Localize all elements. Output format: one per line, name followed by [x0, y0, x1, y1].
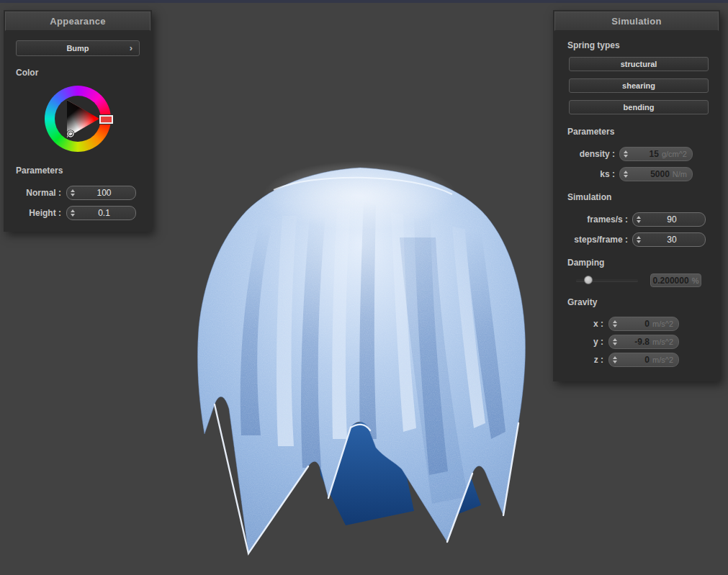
normal-spinbox[interactable]: 100: [66, 186, 136, 200]
ks-label: ks :: [553, 169, 615, 179]
hue-selector[interactable]: [99, 115, 113, 124]
structural-button-label: structural: [621, 60, 657, 68]
spinner-up-down-icon[interactable]: [637, 236, 641, 243]
gravity-x-label: x :: [553, 319, 603, 329]
sim-simulation-label: Simulation: [567, 192, 611, 202]
spinner-up-down-icon[interactable]: [637, 216, 641, 223]
density-label: density :: [553, 149, 615, 159]
shearing-button[interactable]: shearing: [569, 78, 709, 93]
appearance-panel-title: Appearance: [50, 16, 105, 27]
frames-value: 90: [644, 214, 700, 225]
appearance-panel: Appearance Bump › Color: [4, 10, 152, 232]
structural-button[interactable]: structural: [569, 57, 709, 71]
frames-label: frames/s :: [553, 214, 628, 225]
ks-unit: N/m: [673, 170, 687, 178]
gravity-x-spinbox[interactable]: 0 m/s^2: [608, 317, 679, 331]
normal-value: 100: [78, 188, 130, 198]
gravity-x-unit: m/s^2: [652, 320, 673, 328]
bending-button[interactable]: bending: [569, 100, 709, 114]
gravity-y-spinbox[interactable]: -9.8 m/s^2: [608, 335, 679, 349]
spinner-up-down-icon[interactable]: [613, 338, 617, 345]
damping-slider[interactable]: [576, 275, 638, 285]
color-section-label: Color: [16, 68, 38, 78]
damping-valuebox[interactable]: 0.200000 %: [650, 273, 701, 287]
sim-parameters-label: Parameters: [567, 127, 614, 137]
appearance-panel-header: Appearance: [5, 12, 150, 31]
normal-label: Normal :: [4, 188, 61, 198]
simulation-panel-header: Simulation: [554, 12, 719, 31]
gravity-y-unit: m/s^2: [652, 338, 673, 346]
height-value: 0.1: [78, 208, 130, 218]
simulation-panel-title: Simulation: [611, 16, 661, 27]
gravity-section-label: Gravity: [567, 297, 597, 307]
gravity-z-value: 0: [620, 355, 652, 365]
frames-spinbox[interactable]: 90: [632, 212, 706, 227]
ks-value: 5000: [631, 169, 673, 179]
damping-unit: %: [692, 276, 699, 285]
damping-slider-handle[interactable]: [584, 276, 593, 284]
bump-button[interactable]: Bump ›: [16, 40, 140, 56]
density-value: 15: [631, 149, 662, 159]
bending-button-label: bending: [624, 103, 655, 112]
spinner-up-down-icon[interactable]: [71, 189, 75, 196]
color-wheel[interactable]: [45, 86, 111, 152]
steps-spinbox[interactable]: 30: [632, 232, 706, 247]
gravity-y-label: y :: [553, 337, 603, 347]
height-spinbox[interactable]: 0.1: [66, 206, 136, 220]
spring-types-label: Spring types: [567, 40, 620, 50]
spinner-up-down-icon[interactable]: [624, 171, 628, 178]
gravity-y-value: -9.8: [620, 337, 652, 347]
gravity-x-value: 0: [620, 319, 652, 329]
spinner-up-down-icon[interactable]: [71, 209, 75, 217]
chevron-right-icon: ›: [130, 42, 132, 53]
spinner-up-down-icon[interactable]: [624, 150, 628, 158]
gravity-z-spinbox[interactable]: 0 m/s^2: [608, 353, 679, 367]
spinner-up-down-icon[interactable]: [613, 320, 617, 327]
density-unit: g/cm^2: [662, 150, 687, 158]
steps-value: 30: [644, 235, 700, 245]
height-label: Height :: [4, 208, 61, 218]
gravity-z-unit: m/s^2: [652, 356, 673, 364]
bump-button-label: Bump: [66, 44, 89, 53]
damping-value: 0.200000: [653, 276, 689, 286]
density-spinbox[interactable]: 15 g/cm^2: [619, 147, 693, 161]
steps-label: steps/frame :: [553, 235, 628, 245]
spinner-up-down-icon[interactable]: [613, 356, 617, 363]
shearing-button-label: shearing: [622, 81, 655, 90]
gravity-z-label: z :: [553, 355, 603, 365]
appearance-parameters-label: Parameters: [16, 166, 63, 176]
simulation-panel: Simulation Spring types structural shear…: [553, 10, 720, 381]
ks-spinbox[interactable]: 5000 N/m: [619, 167, 693, 181]
damping-section-label: Damping: [567, 258, 604, 268]
